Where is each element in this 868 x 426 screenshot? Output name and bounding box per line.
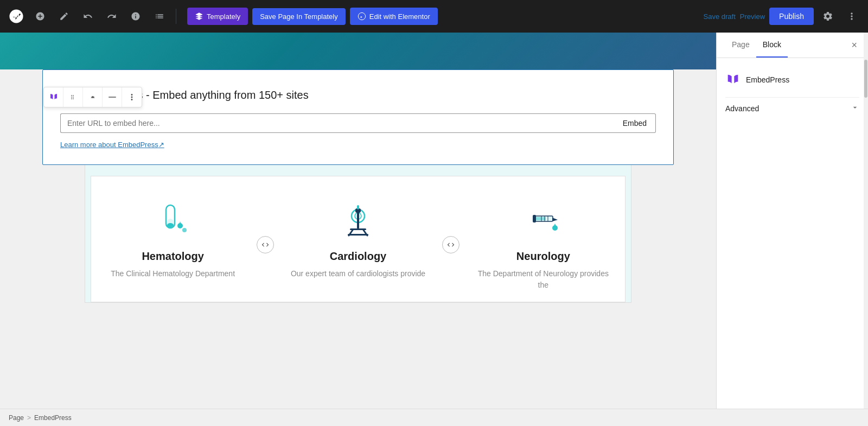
- move-handle-btn[interactable]: [63, 87, 83, 107]
- embedpress-sidebar-item: EmbedPress: [725, 67, 859, 93]
- editor-area[interactable]: EmbedPress - Embed anything from 150+ si…: [0, 33, 716, 409]
- undo-button[interactable]: [78, 7, 98, 26]
- medical-card-cardiology: Cardiology Our expert team of cardiologi…: [276, 187, 439, 302]
- neurology-title: Neurology: [475, 250, 612, 263]
- sidebar-content: EmbedPress Advanced: [717, 58, 868, 409]
- breadcrumb-separator: >: [27, 414, 31, 422]
- medical-inner: Hematology The Clinical Hematology Depar…: [91, 176, 626, 302]
- publish-button[interactable]: Publish: [769, 8, 814, 25]
- neurology-desc: The Department of Neurology provides the: [475, 268, 612, 291]
- more-options-button[interactable]: [842, 7, 861, 26]
- info-button[interactable]: [126, 7, 145, 26]
- hematology-desc: The Clinical Hematology Department: [104, 268, 241, 279]
- header-image: [0, 33, 716, 69]
- svg-rect-18: [535, 217, 546, 220]
- breadcrumb-page: Page: [9, 414, 24, 422]
- card-divider-1: [254, 187, 276, 302]
- sidebar-scrollbar: [864, 33, 868, 409]
- save-draft-button[interactable]: Save draft: [704, 12, 736, 21]
- redo-button[interactable]: [102, 7, 122, 26]
- sidebar-tab-group: Page Block: [725, 33, 788, 58]
- cardiology-desc: Our expert team of cardiologists provide: [289, 268, 426, 279]
- neurology-icon: [475, 198, 612, 241]
- embed-input-row: Embed: [60, 113, 656, 133]
- cardiology-icon: [289, 198, 426, 241]
- embedpress-sidebar-label: EmbedPress: [746, 75, 789, 84]
- svg-point-9: [182, 228, 187, 232]
- cardiology-title: Cardiology: [289, 250, 426, 263]
- card-divider-2: [440, 187, 462, 302]
- breadcrumb: Page > EmbedPress: [0, 409, 868, 426]
- medical-card-neurology: Neurology The Department of Neurology pr…: [462, 187, 625, 302]
- main-toolbar: W Templately Save Page In Templately e E…: [0, 0, 868, 33]
- embedpress-title-row: EmbedPress - Embed anything from 150+ si…: [60, 87, 656, 103]
- more-block-options-btn[interactable]: [122, 87, 142, 107]
- embedpress-sidebar-icon: [725, 72, 741, 87]
- toolbar-right: Save draft Preview Publish: [704, 7, 861, 26]
- medical-cards: Hematology The Clinical Hematology Depar…: [91, 187, 625, 302]
- learn-more-link[interactable]: Learn more about EmbedPress↗: [60, 141, 164, 149]
- svg-text:W: W: [13, 13, 19, 20]
- hematology-icon: [104, 198, 241, 241]
- breadcrumb-current: EmbedPress: [34, 414, 72, 422]
- svg-rect-4: [108, 97, 116, 98]
- block-toolbar: [43, 87, 142, 107]
- hematology-title: Hematology: [104, 250, 241, 263]
- block-logo-btn[interactable]: [44, 87, 63, 107]
- nav-arrow-left-1[interactable]: [257, 236, 274, 253]
- move-up-down-btn[interactable]: [83, 87, 103, 107]
- sidebar-scrollbar-thumb: [864, 60, 867, 98]
- right-sidebar: Page Block × EmbedPress Advanced: [716, 33, 868, 409]
- svg-rect-13: [357, 212, 359, 229]
- main-layout: EmbedPress - Embed anything from 150+ si…: [0, 33, 868, 409]
- edit-elementor-button[interactable]: e Edit with Elementor: [350, 8, 438, 25]
- add-block-button[interactable]: [30, 7, 50, 26]
- toolbar-divider-1: [176, 9, 176, 24]
- medical-section: Hematology The Clinical Hematology Depar…: [85, 165, 631, 303]
- advanced-label: Advanced: [725, 104, 759, 113]
- medical-card-hematology: Hematology The Clinical Hematology Depar…: [91, 187, 254, 302]
- sidebar-close-button[interactable]: ×: [849, 37, 859, 53]
- embedpress-block: EmbedPress - Embed anything from 150+ si…: [42, 69, 674, 165]
- templately-button[interactable]: Templately: [187, 8, 248, 25]
- embed-url-input[interactable]: [60, 113, 614, 133]
- svg-rect-16: [348, 234, 368, 236]
- sidebar-tabs: Page Block ×: [717, 33, 868, 58]
- tools-button[interactable]: [54, 7, 74, 26]
- advanced-row[interactable]: Advanced: [725, 97, 859, 119]
- align-btn[interactable]: [103, 87, 122, 107]
- embed-button[interactable]: Embed: [614, 113, 656, 133]
- settings-button[interactable]: [818, 7, 838, 26]
- save-page-templately-button[interactable]: Save Page In Templately: [252, 8, 346, 25]
- list-view-button[interactable]: [150, 7, 169, 26]
- svg-text:e: e: [360, 15, 362, 18]
- wp-logo[interactable]: W: [7, 7, 26, 26]
- tab-block[interactable]: Block: [756, 33, 788, 58]
- nav-arrow-right-1[interactable]: [442, 236, 459, 253]
- svg-rect-7: [167, 223, 174, 227]
- svg-rect-19: [533, 215, 536, 222]
- svg-rect-15: [357, 205, 359, 209]
- tab-page[interactable]: Page: [725, 33, 756, 58]
- preview-button[interactable]: Preview: [740, 12, 765, 21]
- chevron-down-icon: [851, 103, 859, 113]
